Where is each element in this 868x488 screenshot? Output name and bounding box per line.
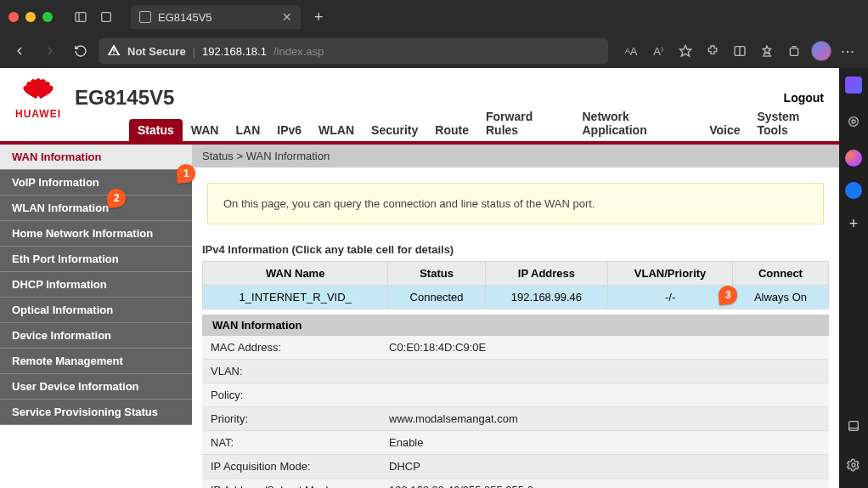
shopping-icon[interactable] [841,109,866,134]
refresh-button[interactable] [68,38,93,64]
tab-route[interactable]: Route [426,119,477,141]
svg-rect-4 [113,53,114,54]
back-button[interactable] [7,38,32,64]
address-bar[interactable]: Not Secure | 192.168.18.1/index.asp [99,38,608,64]
kv-key: Policy: [202,383,380,407]
kv-val: www.modalsemangat.com [380,407,829,431]
col-ip-address: IP Address [485,262,608,286]
sidebar-item-home-network[interactable]: Home Network Information [0,221,192,247]
favorites-bar-icon[interactable] [754,38,780,64]
col-connect: Connect [732,262,828,286]
profile-avatar[interactable] [809,38,834,64]
settings-icon[interactable] [841,452,866,478]
model-label: EG8145V5 [75,86,174,110]
col-status: Status [388,262,485,286]
svg-rect-2 [102,13,111,22]
sidebar-item-voip-info[interactable]: VoIP Information [0,170,192,196]
sidebar-item-wlan-info[interactable]: WLAN Information [0,196,192,221]
main-content: Status > WAN Information On this page, y… [192,145,839,488]
url-path: /index.asp [273,45,324,58]
side-nav: WAN Information VoIP Information WLAN In… [0,145,192,488]
table-header-row: WAN Name Status IP Address VLAN/Priority… [203,262,829,286]
top-tabs: Status WAN LAN IPv6 WLAN Security Route … [0,121,839,145]
kv-key: Priority: [202,407,380,431]
new-tab-button[interactable]: + [314,9,324,26]
sidebar-item-provisioning[interactable]: Service Provisioning Status [0,400,192,425]
sidebar-item-eth-port[interactable]: Eth Port Information [0,247,192,272]
tab-network-application[interactable]: Network Application [574,105,702,141]
cell-vlan[interactable]: -/- [608,286,733,309]
extensions-icon[interactable] [700,38,725,64]
svg-marker-5 [679,45,690,56]
forward-button[interactable] [37,38,63,64]
browser-navbar: Not Secure | 192.168.18.1/index.asp AA A… [0,34,868,68]
kv-val: C0:E0:18:4D:C9:0E [380,336,829,360]
close-icon[interactable] [8,12,19,22]
cell-connect[interactable]: Always On [732,286,828,309]
dock-icon[interactable] [841,413,866,439]
page-viewport: HUAWEI EG8145V5 Logout Status WAN LAN IP… [0,68,839,488]
text-size-icon[interactable]: AA [618,38,644,64]
tab-lan[interactable]: LAN [227,119,268,141]
kv-key: IP Acquisition Mode: [202,455,380,479]
brand-label: HUAWEI [15,108,61,120]
kv-key: IP Address/Subnet Mask: [202,479,380,489]
col-wan-name: WAN Name [203,262,388,286]
window-controls [8,12,53,22]
facebook-icon[interactable] [845,182,862,199]
sidebar-item-device-info[interactable]: Device Information [0,323,192,349]
svg-point-12 [849,117,859,127]
copilot-icon[interactable] [845,77,862,94]
sidebar-item-remote-mgmt[interactable]: Remote Management [0,349,192,374]
tab-ipv6[interactable]: IPv6 [268,119,310,141]
tab-wlan[interactable]: WLAN [310,119,363,141]
read-aloud-icon[interactable]: A⁾ [645,38,671,64]
browser-tab[interactable]: EG8145V5 ✕ [131,5,301,29]
kv-val [380,383,829,407]
svg-rect-10 [790,48,798,56]
cell-status[interactable]: Connected [388,286,485,309]
svg-marker-8 [763,46,770,54]
tab-close-icon[interactable]: ✕ [282,10,292,24]
kv-val: Enable [380,431,829,455]
svg-rect-13 [849,422,859,431]
cell-wan-name[interactable]: 1_INTERNET_R_VID_ [203,286,388,309]
kv-key: NAT: [202,431,380,455]
security-label: Not Secure [127,45,186,58]
tab-title: EG8145V5 [158,11,212,24]
tab-system-tools[interactable]: System Tools [748,105,839,141]
sidebar-toggle-icon[interactable] [71,8,90,26]
sidebar-item-optical-info[interactable]: Optical Information [0,298,192,323]
page-icon [139,11,151,23]
tab-security[interactable]: Security [363,119,426,141]
minimize-icon[interactable] [25,12,36,22]
logout-link[interactable]: Logout [784,91,824,105]
more-menu-icon[interactable]: ··· [836,38,861,64]
split-screen-icon[interactable] [727,38,752,64]
svg-point-15 [852,463,855,467]
ipv4-section-title: IPv4 Information (Click any table cell f… [192,240,839,259]
add-sidebar-item[interactable]: + [844,214,863,233]
sidebar-item-user-device[interactable]: User Device Information [0,374,192,400]
maximize-icon[interactable] [42,12,53,22]
edge-sidebar: + [839,68,868,488]
tab-status[interactable]: Status [129,119,183,141]
kv-key: MAC Address: [202,336,380,360]
tab-forward-rules[interactable]: Forward Rules [477,105,574,141]
url-host: 192.168.18.1 [202,45,267,58]
sidebar-item-dhcp-info[interactable]: DHCP Information [0,272,192,298]
sidebar-item-wan-info[interactable]: WAN Information [0,145,192,170]
wan-info-table: MAC Address:C0:E0:18:4D:C9:0E VLAN: Poli… [202,336,829,488]
cell-ip[interactable]: 192.168.99.46 [485,286,608,309]
kv-val [380,360,829,383]
kv-key: VLAN: [202,360,380,383]
collections-icon[interactable] [781,38,807,64]
office-icon[interactable] [845,150,862,167]
wan-info-subtitle: WAN Information [202,315,829,336]
tab-wan[interactable]: WAN [183,119,228,141]
favorite-icon[interactable] [673,38,698,64]
shield-icon[interactable] [97,8,116,26]
kv-val: 192.168.99.46/255.255.255.0 [380,479,829,489]
tab-voice[interactable]: Voice [701,119,748,141]
warning-icon [107,43,121,60]
